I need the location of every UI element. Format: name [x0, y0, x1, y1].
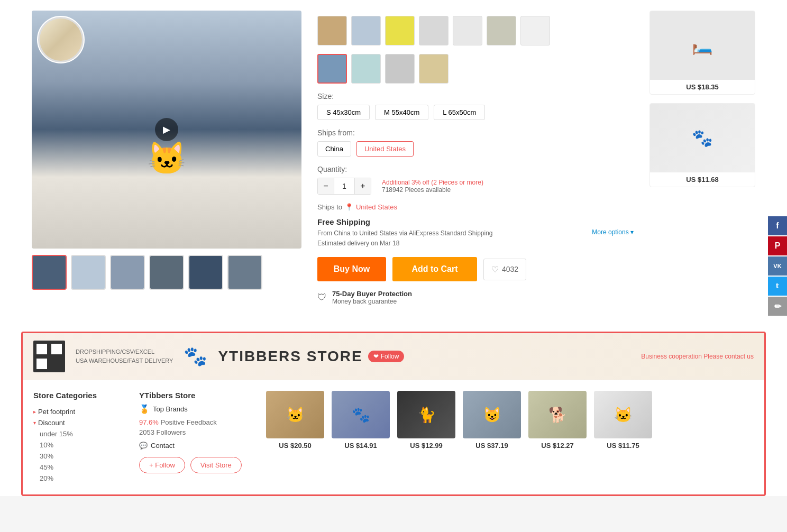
swatch-2[interactable] [351, 16, 381, 45]
related-product-1[interactable]: 🛏️ US $18.35 [649, 11, 755, 95]
category-pet-footprint[interactable]: ▸ Pet footprint [33, 406, 129, 417]
follow-button[interactable]: + Follow [139, 457, 185, 473]
category-under15[interactable]: under 15% [33, 428, 129, 439]
store-info: YTibbers Store 🏅 Top Brands 97.6% Positi… [139, 391, 255, 484]
contact-button[interactable]: 💬 Contact [139, 442, 255, 450]
store-product-6-img: 🐱 [594, 391, 652, 438]
store-product-1-price: US $20.50 [266, 442, 324, 450]
store-contact[interactable]: Business cooperation Please contact us [641, 353, 754, 360]
wishlist-button[interactable]: ♡ 4032 [483, 259, 526, 280]
swatch-5[interactable] [453, 16, 482, 45]
quantity-value: 1 [334, 178, 355, 194]
pinterest-button[interactable]: P [768, 236, 787, 255]
ships-to: Ships to 📍 United States [317, 203, 634, 211]
store-product-2-price: US $14.91 [332, 442, 390, 450]
store-product-5-img: 🐕 [528, 391, 587, 438]
product-images: ▶ [32, 11, 301, 305]
store-qr-code [33, 341, 65, 372]
category-45pct[interactable]: 45% [33, 462, 129, 473]
wishlist-count: 4032 [502, 265, 518, 273]
main-product-image[interactable]: ▶ [32, 11, 301, 249]
pieces-available: 718942 Pieces available [382, 186, 483, 194]
related-products-sidebar: 🛏️ US $18.35 🐾 US $11.68 [649, 11, 755, 305]
size-s[interactable]: S 45x30cm [317, 105, 370, 120]
store-product-1[interactable]: 🐱 US $20.50 [266, 391, 324, 484]
thumbnail-3[interactable] [110, 255, 145, 290]
store-product-4[interactable]: 😺 US $37.19 [463, 391, 521, 484]
thumbnail-5[interactable] [188, 255, 223, 290]
swatch-10[interactable] [385, 54, 415, 84]
swatch-11[interactable] [419, 54, 449, 84]
buy-now-button[interactable]: Buy Now [317, 257, 386, 281]
swatch-4[interactable] [419, 16, 449, 45]
bullet-icon-2: ▾ [33, 420, 36, 426]
store-product-2[interactable]: 🐾 US $14.91 [332, 391, 390, 484]
swatch-7[interactable] [520, 16, 550, 45]
facebook-button[interactable]: f [768, 216, 787, 235]
color-swatches-row2 [317, 54, 634, 84]
thumbnail-4[interactable] [149, 255, 184, 290]
vk-button[interactable]: VK [768, 256, 787, 276]
edit-button[interactable]: ✏ [768, 297, 787, 316]
store-banner: DROPSHIPPING/CSV/EXCEL USA WAREHOUSE/FAS… [23, 333, 764, 380]
visit-store-button[interactable]: Visit Store [190, 457, 242, 473]
store-section: DROPSHIPPING/CSV/EXCEL USA WAREHOUSE/FAS… [21, 332, 766, 496]
category-10pct[interactable]: 10% [33, 439, 129, 451]
quantity-control: − 1 + [317, 178, 371, 195]
quantity-info: Additional 3% off (2 Pieces or more) 718… [382, 179, 483, 194]
twitter-button[interactable]: 𝕥 [768, 277, 787, 296]
quantity-increase[interactable]: + [355, 178, 371, 194]
free-shipping-title: Free Shipping [317, 217, 634, 226]
store-product-6[interactable]: 🐱 US $11.75 [594, 391, 652, 484]
top-brands-badge: 🏅 Top Brands [139, 404, 255, 414]
swatch-8[interactable] [317, 54, 347, 84]
related-product-2[interactable]: 🐾 US $11.68 [649, 103, 755, 187]
size-m[interactable]: M 55x40cm [375, 105, 428, 120]
quantity-section: Quantity: − 1 + Additional 3% off (2 Pie… [317, 165, 634, 195]
store-follow-badge: ❤ Follow [368, 351, 405, 362]
dropship-text-2: USA WAREHOUSE/FAST DELIVERY [76, 356, 173, 366]
location-icon: 📍 [345, 203, 353, 211]
swatch-1[interactable] [317, 16, 347, 45]
store-action-buttons: + Follow Visit Store [139, 457, 255, 473]
shipping-desc-2: Estimated delivery on Mar 18 [317, 239, 592, 249]
more-options-link[interactable]: More options ▾ [592, 228, 634, 236]
video-play-button[interactable]: ▶ [155, 118, 178, 141]
quantity-decrease[interactable]: − [318, 178, 334, 194]
swatch-3[interactable] [385, 16, 415, 45]
thumbnail-1[interactable] [32, 255, 67, 290]
store-product-5[interactable]: 🐕 US $12.27 [528, 391, 587, 484]
social-sidebar: f P VK 𝕥 ✏ [768, 216, 787, 316]
quantity-label: Quantity: [317, 165, 634, 173]
category-20pct[interactable]: 20% [33, 473, 129, 484]
ship-us[interactable]: United States [356, 141, 414, 157]
feedback-pct: 97.6% [139, 418, 159, 426]
action-buttons: Buy Now Add to Cart ♡ 4032 [317, 257, 634, 281]
add-to-cart-button[interactable]: Add to Cart [392, 257, 477, 281]
thumbnail-2[interactable] [71, 255, 106, 290]
store-product-3[interactable]: 🐈 US $12.99 [397, 391, 455, 484]
followers-label: Followers [157, 428, 186, 436]
store-product-2-img: 🐾 [332, 391, 390, 438]
free-shipping-section: Free Shipping From China to United State… [317, 217, 634, 249]
category-discount[interactable]: ▾ Discount [33, 417, 129, 428]
medal-icon: 🏅 [139, 404, 150, 414]
buyer-protection: 🛡 75-Day Buyer Protection Money back gua… [317, 290, 634, 305]
ships-to-country[interactable]: United States [356, 203, 397, 211]
thumbnail-6[interactable] [227, 255, 262, 290]
size-l[interactable]: L 65x50cm [434, 105, 485, 120]
store-product-3-img: 🐈 [397, 391, 455, 438]
ships-from-section: Ships from: China United States [317, 129, 634, 157]
ships-from-label: Ships from: [317, 129, 634, 137]
store-product-5-price: US $12.27 [528, 442, 587, 450]
heart-icon: ♡ [491, 264, 499, 274]
followers-row: 2053 Followers [139, 428, 255, 436]
color-swatches-row1 [317, 16, 634, 45]
swatch-9[interactable] [351, 54, 381, 84]
ship-china[interactable]: China [317, 141, 351, 157]
store-body: Store Categories ▸ Pet footprint ▾ Disco… [23, 380, 764, 494]
swatch-6[interactable] [487, 16, 516, 45]
category-30pct[interactable]: 30% [33, 451, 129, 462]
store-product-3-price: US $12.99 [397, 442, 455, 450]
dropship-text-1: DROPSHIPPING/CSV/EXCEL [76, 347, 173, 357]
